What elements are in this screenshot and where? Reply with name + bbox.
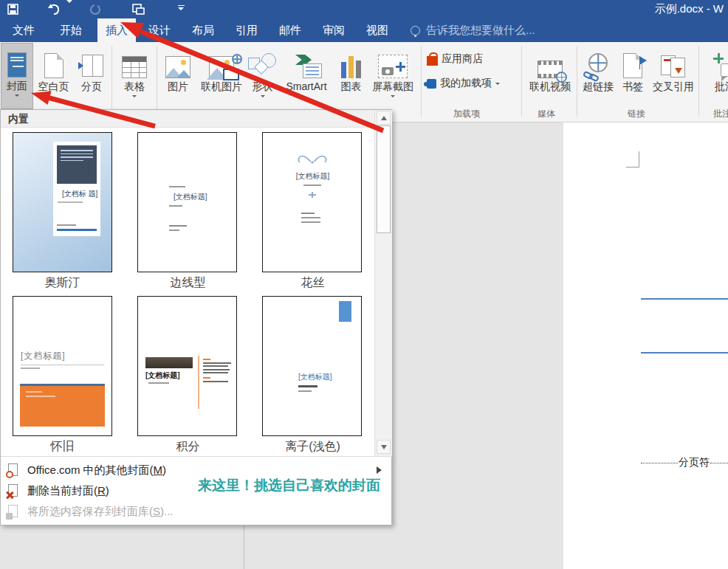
customize-quick-access-button[interactable]: [168, 0, 193, 18]
cover-template-ion-light[interactable]: [文档标题]: [262, 296, 362, 436]
template-label: 花丝: [263, 275, 363, 291]
online-video-icon: [538, 61, 563, 78]
comment-icon: [712, 53, 728, 78]
tab-file[interactable]: 文件: [6, 18, 41, 42]
cross-reference-button[interactable]: 交叉引用: [650, 44, 697, 109]
flourish-ornament: [295, 154, 329, 165]
chart-icon: [341, 55, 361, 78]
tab-insert[interactable]: 插入: [97, 18, 136, 42]
scroll-down-icon: [381, 445, 387, 452]
tab-home[interactable]: 开始: [53, 18, 89, 42]
cover-page-icon: [7, 52, 27, 77]
picture-button[interactable]: 图片: [161, 44, 195, 109]
smartart-button[interactable]: SmartArt: [278, 44, 335, 109]
tab-references[interactable]: 引用: [229, 18, 264, 42]
smartart-icon: [291, 55, 322, 78]
group-label-links: 链接: [628, 108, 645, 120]
bookmark-icon: [623, 53, 642, 78]
lightbulb-icon: [411, 26, 420, 35]
horizontal-rule-line: [641, 298, 728, 300]
page-break-mark: 分页符: [641, 456, 728, 469]
title-bar: 示例.docx - W: [0, 0, 728, 18]
page-break-label: 分页符: [678, 456, 710, 469]
hyperlink-icon: [585, 53, 611, 78]
cover-template-sideline[interactable]: [文档标题]: [137, 132, 237, 272]
ribbon-tab-bar: 文件 开始 插入 设计 布局 引用 邮件 审阅 视图 告诉我您想要做什么...: [0, 18, 728, 42]
redo-button[interactable]: [83, 0, 108, 18]
template-label: 怀旧: [13, 439, 112, 455]
margin-corner-mark: [626, 151, 639, 168]
tab-design[interactable]: 设计: [142, 18, 177, 42]
table-icon: [122, 56, 147, 78]
cover-template-filigree[interactable]: [文档标题]: [262, 132, 362, 272]
blank-page-icon: [44, 53, 63, 78]
cover-template-austin[interactable]: [文档标 题]: [13, 132, 112, 272]
template-label: 离子(浅色): [263, 439, 363, 455]
bookmark-button[interactable]: 书签: [617, 44, 649, 109]
tab-mailings[interactable]: 邮件: [272, 18, 308, 42]
shapes-icon: [248, 53, 278, 78]
horizontal-rule-line: [641, 352, 728, 354]
tab-review[interactable]: 审阅: [316, 18, 351, 42]
save-icon: [7, 4, 18, 15]
tab-view[interactable]: 视图: [360, 18, 395, 42]
template-label: 奥斯汀: [13, 275, 112, 291]
shapes-button[interactable]: 形状: [248, 44, 277, 109]
template-label: 积分: [138, 439, 238, 455]
page-break-button[interactable]: 分页: [74, 44, 109, 109]
screenshot-button[interactable]: 屏幕截图: [367, 44, 419, 109]
submenu-arrow-icon: [377, 466, 385, 474]
office-com-covers-icon: [7, 463, 20, 477]
template-label: 边线型: [138, 275, 238, 291]
chart-button[interactable]: 图表: [336, 44, 366, 109]
gallery-section-header: 内置: [1, 110, 374, 128]
scroll-up-icon: [381, 113, 387, 120]
document-title: 示例.docx - W: [655, 2, 724, 16]
tab-layout[interactable]: 布局: [185, 18, 221, 42]
undo-icon: [47, 4, 61, 15]
group-label-addins: 加载项: [453, 108, 480, 120]
blank-page-button[interactable]: 空白页: [35, 44, 72, 109]
cover-page-gallery-dropdown: 内置 [文档标 题] 奥斯汀 [文档标题] 边线型 [文档标题]: [0, 109, 392, 525]
page-edge-line: [244, 525, 244, 569]
picture-icon: [165, 56, 190, 78]
tutorial-annotation-text: 来这里！挑选自己喜欢的封面: [198, 476, 380, 495]
table-button[interactable]: 表格: [115, 44, 154, 109]
gallery-scrollbar[interactable]: [374, 110, 392, 456]
scroll-down-button[interactable]: [377, 440, 391, 454]
tell-me-box[interactable]: 告诉我您想要做什么...: [411, 18, 535, 42]
comment-button[interactable]: 批注: [703, 44, 728, 109]
undo-button[interactable]: [41, 0, 66, 18]
store-button[interactable]: 应用商店: [427, 52, 483, 66]
menu-item-save-selection-to-gallery: 将所选内容保存到封面库(S)...: [1, 501, 391, 522]
scrollbar-thumb[interactable]: [377, 125, 391, 233]
scroll-up-button[interactable]: [377, 111, 391, 125]
cover-template-grid[interactable]: [文档标题]: [137, 296, 237, 436]
my-addins-button[interactable]: 我的加载项: [427, 77, 500, 90]
menu-separator: [1, 456, 392, 457]
hyperlink-button[interactable]: 超链接: [580, 44, 616, 109]
online-picture-icon: [209, 56, 234, 78]
cover-page-button[interactable]: 封面: [1, 43, 33, 109]
page-break-icon: [78, 53, 105, 78]
group-label-comments: 批注: [713, 108, 728, 120]
cross-reference-icon: [659, 53, 687, 78]
tell-me-text: 告诉我您想要做什么...: [426, 24, 535, 38]
print-preview-icon: [132, 4, 145, 15]
cover-template-retrospect[interactable]: [文档标题]: [13, 296, 112, 436]
customize-quick-access-icon: [178, 5, 185, 14]
save-to-gallery-icon: [7, 505, 20, 518]
delete-cover-icon: [7, 484, 20, 497]
my-addins-icon: [427, 79, 436, 89]
undo-dropdown-caret[interactable]: [66, 3, 72, 16]
quick-access-toolbar: [0, 0, 193, 18]
redo-icon: [89, 4, 101, 15]
online-picture-button[interactable]: 联机图片: [196, 44, 247, 109]
group-label-media: 媒体: [538, 108, 555, 120]
document-page[interactable]: 分页符: [563, 123, 728, 569]
screenshot-icon: [378, 55, 408, 78]
word-window: 示例.docx - W 文件 开始 插入 设计 布局 引用 邮件 审阅 视图 告…: [0, 0, 728, 569]
save-button[interactable]: [0, 0, 25, 18]
print-preview-button[interactable]: [126, 0, 151, 18]
online-video-button[interactable]: 联机视频: [525, 44, 575, 109]
